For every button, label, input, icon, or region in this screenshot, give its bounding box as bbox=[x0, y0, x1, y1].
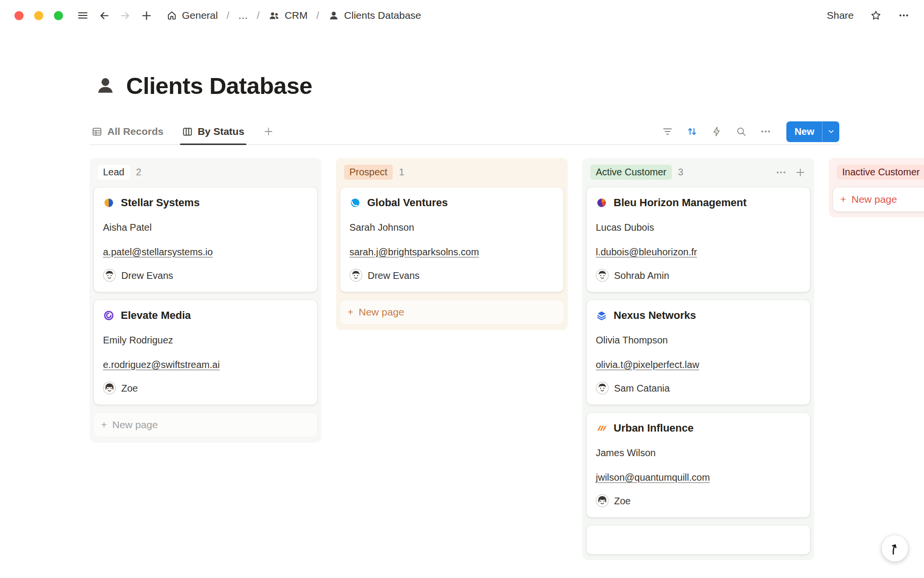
breadcrumb-item-general[interactable]: General bbox=[163, 8, 221, 23]
sidebar-menu-button[interactable] bbox=[76, 8, 90, 23]
client-card-urban-influence[interactable]: Urban Influence James Wilson jwilson@qua… bbox=[587, 413, 810, 517]
window-titlebar: General / … / CRM / Clients Database Sha… bbox=[0, 0, 924, 31]
client-card-stellar-systems[interactable]: Stellar Systems Aisha Patel a.patel@stel… bbox=[94, 187, 317, 292]
back-button[interactable] bbox=[97, 8, 111, 23]
page-title[interactable]: Clients Database bbox=[126, 72, 312, 99]
contact-name: Aisha Patel bbox=[103, 221, 308, 234]
kanban-board: Lead 2 Stellar Systems Aisha Patel a.pat… bbox=[90, 158, 924, 560]
search-icon[interactable] bbox=[735, 126, 747, 137]
column-prospect: Prospect 1 Global Ventures Sarah Johnson… bbox=[336, 158, 568, 330]
status-badge[interactable]: Prospect bbox=[344, 165, 393, 180]
owner-name: Zoe bbox=[614, 495, 630, 507]
client-card-partial[interactable] bbox=[587, 525, 810, 554]
owner-row: Drew Evans bbox=[103, 269, 308, 282]
view-controls: New bbox=[662, 121, 839, 142]
client-card-nexus-networks[interactable]: Nexus Networks Olivia Thompson olivia.t@… bbox=[587, 300, 810, 405]
contact-email[interactable]: sarah.j@brightsparksolns.com bbox=[349, 246, 479, 258]
breadcrumb-item-crm[interactable]: CRM bbox=[265, 8, 310, 23]
status-badge[interactable]: Lead bbox=[98, 165, 130, 180]
bleu-horizon-logo-icon bbox=[596, 197, 607, 209]
avatar bbox=[103, 269, 116, 282]
client-card-global-ventures[interactable]: Global Ventures Sarah Johnson sarah.j@br… bbox=[340, 187, 564, 292]
contact-email[interactable]: l.dubois@bleuhorizon.fr bbox=[596, 246, 697, 258]
owner-row: Sam Catania bbox=[596, 381, 801, 394]
contact-email[interactable]: jwilson@quantumquill.com bbox=[596, 471, 710, 484]
close-window-button[interactable] bbox=[14, 11, 24, 20]
owner-row: Sohrab Amin bbox=[596, 269, 801, 282]
contact-name: Olivia Thompson bbox=[596, 334, 801, 346]
new-tab-button[interactable] bbox=[139, 8, 154, 23]
minimize-window-button[interactable] bbox=[34, 11, 43, 20]
owner-name: Sam Catania bbox=[614, 382, 670, 394]
column-add-icon[interactable] bbox=[795, 167, 806, 178]
tab-all-records[interactable]: All Records bbox=[90, 118, 166, 144]
urban-influence-logo-icon bbox=[596, 422, 607, 434]
person-icon bbox=[328, 10, 340, 22]
column-count: 2 bbox=[136, 167, 141, 178]
breadcrumb-item-collapsed[interactable]: … bbox=[235, 8, 251, 23]
column-more-icon[interactable] bbox=[775, 167, 787, 178]
status-badge[interactable]: Active Customer bbox=[590, 165, 672, 180]
breadcrumb-separator: / bbox=[257, 10, 260, 21]
more-icon[interactable] bbox=[760, 126, 771, 137]
column-count: 1 bbox=[399, 167, 404, 178]
column-header: Active Customer 3 bbox=[587, 165, 810, 187]
avatar bbox=[103, 381, 116, 394]
share-button[interactable]: Share bbox=[827, 10, 854, 21]
status-badge[interactable]: Inactive Customer bbox=[837, 165, 924, 180]
column-active-customer: Active Customer 3 Bleu Horizon Managemen… bbox=[582, 158, 814, 560]
tab-by-status[interactable]: By Status bbox=[180, 118, 246, 144]
filter-icon[interactable] bbox=[662, 126, 673, 137]
column-inactive-customer: Inactive Customer + New page bbox=[829, 158, 924, 217]
sort-icon[interactable] bbox=[686, 126, 698, 137]
column-header: Inactive Customer bbox=[833, 165, 924, 187]
contact-email[interactable]: e.rodriguez@swiftstream.ai bbox=[103, 358, 220, 371]
breadcrumb-item-clients-database[interactable]: Clients Database bbox=[325, 8, 424, 23]
views-toolbar-row: All Records By Status New bbox=[90, 118, 839, 145]
owner-name: Zoe bbox=[121, 382, 138, 394]
company-name: Global Ventures bbox=[367, 197, 448, 209]
elevate-media-logo-icon bbox=[103, 310, 115, 321]
avatar bbox=[596, 381, 609, 394]
contact-name: Lucas Dubois bbox=[596, 221, 801, 234]
lightning-icon[interactable] bbox=[711, 126, 722, 137]
new-record-dropdown[interactable] bbox=[822, 121, 839, 142]
new-record-button[interactable]: New bbox=[786, 121, 839, 142]
cursor-fab[interactable] bbox=[882, 535, 908, 562]
people-icon bbox=[268, 10, 280, 22]
breadcrumb-separator: / bbox=[316, 10, 319, 21]
forward-button[interactable] bbox=[118, 8, 132, 23]
add-view-button[interactable] bbox=[263, 126, 274, 137]
owner-name: Sohrab Amin bbox=[614, 269, 669, 282]
owner-row: Zoe bbox=[103, 381, 308, 394]
contact-name: James Wilson bbox=[596, 447, 801, 459]
plus-icon bbox=[263, 126, 274, 137]
tab-label: By Status bbox=[198, 126, 244, 137]
page-header: Clients Database bbox=[94, 72, 312, 99]
company-name: Urban Influence bbox=[614, 422, 693, 434]
owner-name: Drew Evans bbox=[121, 269, 173, 282]
zoom-window-button[interactable] bbox=[54, 11, 63, 20]
table-icon bbox=[91, 126, 103, 137]
plus-icon bbox=[140, 9, 153, 22]
board-icon bbox=[182, 126, 193, 137]
stellar-systems-logo-icon bbox=[103, 197, 115, 209]
new-page-button-inactive[interactable]: + New page bbox=[833, 187, 924, 211]
company-name: Elevate Media bbox=[121, 309, 191, 322]
cursor-icon bbox=[888, 541, 902, 556]
more-options-icon[interactable] bbox=[898, 10, 910, 21]
tab-label: All Records bbox=[107, 126, 164, 137]
nexus-networks-logo-icon bbox=[596, 310, 607, 321]
company-name: Bleu Horizon Management bbox=[614, 197, 746, 209]
contact-email[interactable]: olivia.t@pixelperfect.law bbox=[596, 358, 699, 371]
owner-row: Zoe bbox=[596, 494, 801, 507]
column-lead: Lead 2 Stellar Systems Aisha Patel a.pat… bbox=[90, 158, 321, 443]
new-page-button-prospect[interactable]: + New page bbox=[340, 300, 564, 324]
client-card-bleu-horizon[interactable]: Bleu Horizon Management Lucas Dubois l.d… bbox=[587, 187, 810, 292]
client-card-elevate-media[interactable]: Elevate Media Emily Rodriguez e.rodrigue… bbox=[94, 300, 317, 405]
new-page-button-lead[interactable]: + New page bbox=[94, 413, 317, 437]
contact-name: Sarah Johnson bbox=[349, 221, 554, 234]
favorite-star-icon[interactable] bbox=[870, 10, 882, 21]
contact-email[interactable]: a.patel@stellarsystems.io bbox=[103, 246, 213, 258]
person-icon[interactable] bbox=[94, 75, 116, 97]
